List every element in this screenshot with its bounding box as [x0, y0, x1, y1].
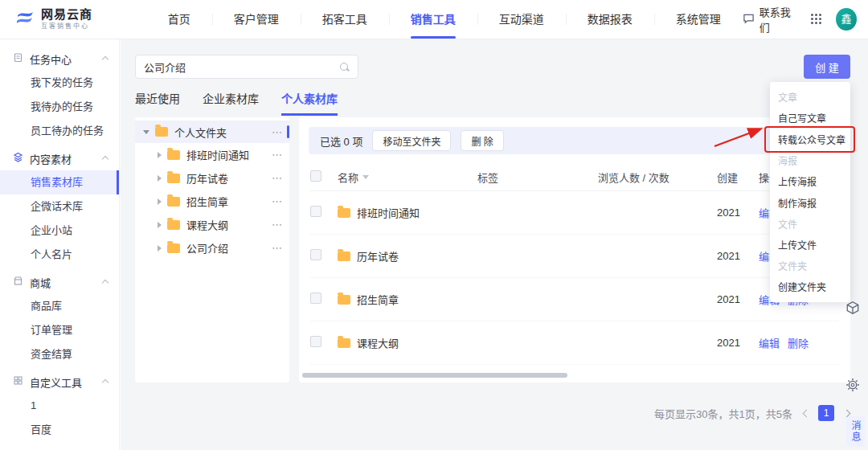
column-header-tag: 标签	[477, 170, 598, 185]
row-checkbox[interactable]	[310, 336, 321, 347]
sidebar-item-personal-card[interactable]: 个人名片	[0, 243, 119, 267]
tree-item-past-papers[interactable]: 历年试卷	[135, 166, 289, 190]
search-icon[interactable]	[339, 62, 350, 72]
caret-down-icon[interactable]	[143, 130, 149, 134]
dropdown-item-upload-file[interactable]: 上传文件	[770, 234, 850, 256]
main-content: 创 建 最近使用 企业素材库 个人素材库 个人文件夹 排班时间通知 历年试卷	[121, 39, 868, 450]
tree-item-personal-folder[interactable]: 个人文件夹	[135, 121, 289, 143]
row-checkbox[interactable]	[310, 292, 321, 304]
tree-item-schedule-notice[interactable]: 排班时间通知	[135, 143, 289, 166]
nav-item-system-management[interactable]: 系统管理	[654, 0, 743, 39]
folder-icon	[338, 338, 350, 348]
nav-item-home[interactable]: 首页	[146, 0, 212, 39]
sidebar-item-product-library[interactable]: 商品库	[0, 294, 119, 318]
create-button[interactable]: 创 建	[804, 55, 850, 79]
nav-item-interaction-channels[interactable]: 互动渠道	[477, 0, 566, 39]
select-all-checkbox[interactable]	[310, 170, 321, 182]
row-created: 2021	[717, 293, 759, 305]
dropdown-item-write-own-article[interactable]: 自己写文章	[770, 107, 850, 129]
more-icon[interactable]	[272, 242, 283, 254]
message-badge[interactable]: 消息	[846, 416, 865, 447]
tab-recently-used[interactable]: 最近使用	[135, 90, 180, 116]
dropdown-item-make-poster[interactable]: 制作海报	[770, 192, 850, 214]
table-row[interactable]: 招生简章 2021 编辑 删除	[310, 278, 839, 321]
sidebar-group-content-material[interactable]: 内容素材	[0, 146, 119, 170]
table-row[interactable]: 排班时间通知 2021 编辑 删除	[310, 191, 839, 235]
chevron-left-icon[interactable]	[802, 410, 809, 416]
sidebar-item-company-minisite[interactable]: 企业小站	[0, 219, 119, 243]
caret-right-icon[interactable]	[158, 175, 162, 182]
row-checkbox[interactable]	[310, 206, 321, 217]
dropdown-section-poster: 海报	[770, 150, 850, 170]
dropdown-item-repost-official-account-article[interactable]: 转载公众号文章	[770, 129, 850, 150]
more-icon[interactable]	[272, 126, 283, 138]
sort-icon[interactable]	[362, 175, 369, 179]
sidebar-group-task-center[interactable]: 任务中心	[0, 47, 119, 71]
tree-item-label: 排班时间通知	[186, 147, 249, 162]
sidebar-group-mall[interactable]: 商城	[0, 270, 119, 294]
dropdown-item-create-folder[interactable]: 创建文件夹	[770, 276, 850, 297]
row-checkbox[interactable]	[310, 249, 321, 260]
sidebar-item-custom-baidu[interactable]: 百度	[0, 418, 119, 442]
bulk-toolbar: 已选 0 项 移动至文件夹 删 除	[309, 127, 841, 154]
search-input[interactable]	[144, 61, 339, 73]
table-row[interactable]: 课程大纲 2021 编辑 删除	[310, 321, 839, 365]
sidebar-item-my-assigned-tasks[interactable]: 我下发的任务	[0, 71, 119, 95]
folder-icon	[167, 197, 180, 207]
nav-item-data-reports[interactable]: 数据报表	[566, 0, 654, 39]
more-icon[interactable]	[272, 172, 283, 184]
row-name: 排班时间通知	[357, 205, 420, 220]
sidebar-item-order-management[interactable]: 订单管理	[0, 318, 119, 342]
sidebar: 任务中心 我下发的任务 我待办的任务 员工待办的任务 内容素材 销售素材库 企微…	[0, 39, 120, 450]
sidebar-item-custom-1[interactable]: 1	[0, 394, 119, 418]
tab-enterprise-material-library[interactable]: 企业素材库	[203, 90, 259, 116]
more-icon[interactable]	[272, 219, 283, 231]
tree-item-course-outline[interactable]: 课程大纲	[135, 213, 289, 236]
row-created: 2021	[717, 207, 759, 219]
caret-right-icon[interactable]	[158, 222, 162, 228]
delete-button[interactable]: 删 除	[461, 130, 503, 151]
nav-item-prospecting-tools[interactable]: 拓客工具	[301, 0, 389, 39]
tree-item-admission-brochure[interactable]: 招生简章	[135, 190, 289, 213]
sidebar-group-custom-tools[interactable]: 自定义工具	[0, 370, 119, 394]
nav-item-sales-tools[interactable]: 销售工具	[389, 0, 477, 39]
contact-us[interactable]: 联系我们	[743, 4, 796, 35]
horizontal-scrollbar[interactable]	[302, 373, 567, 378]
folder-icon	[167, 220, 180, 230]
folder-icon	[155, 127, 168, 137]
avatar[interactable]: 鑫	[836, 8, 857, 31]
dropdown-item-label: 转载公众号文章	[778, 135, 845, 146]
more-icon[interactable]	[272, 195, 283, 207]
chevron-right-icon[interactable]	[844, 410, 850, 416]
tab-personal-material-library[interactable]: 个人素材库	[281, 90, 338, 116]
apps-grid-icon[interactable]	[811, 14, 821, 25]
edit-link[interactable]: 编辑	[759, 335, 780, 350]
column-header-created: 创建	[717, 170, 759, 185]
caret-right-icon[interactable]	[158, 152, 162, 158]
dropdown-item-upload-poster[interactable]: 上传海报	[770, 170, 850, 192]
sidebar-item-sales-material-library[interactable]: 销售素材库	[0, 170, 119, 194]
table-row[interactable]: 历年试卷 2021 编辑 删除	[310, 235, 839, 278]
sidebar-item-my-todo-tasks[interactable]: 我待办的任务	[0, 95, 119, 119]
caret-right-icon[interactable]	[158, 245, 162, 252]
move-to-folder-button[interactable]: 移动至文件夹	[372, 130, 451, 151]
main-nav: 首页 客户管理 拓客工具 销售工具 互动渠道 数据报表 系统管理	[146, 0, 743, 39]
sidebar-item-staff-todo-tasks[interactable]: 员工待办的任务	[0, 119, 119, 143]
settings-gear-icon[interactable]	[844, 376, 862, 394]
more-icon[interactable]	[272, 149, 283, 161]
topnav-right: 联系我们 鑫	[743, 4, 868, 35]
selected-count-text: 已选 0 项	[320, 133, 362, 149]
sidebar-item-fund-settlement[interactable]: 资金结算	[0, 342, 119, 366]
delete-link[interactable]: 删除	[788, 335, 809, 350]
sidebar-item-wecom-script-library[interactable]: 企微话术库	[0, 194, 119, 219]
tree-item-label: 课程大纲	[186, 217, 228, 232]
folder-icon	[167, 243, 180, 253]
page-1-button[interactable]: 1	[818, 405, 834, 421]
material-tabs: 最近使用 企业素材库 个人素材库	[135, 90, 338, 116]
tree-item-company-intro[interactable]: 公司介绍	[135, 236, 289, 260]
row-name: 课程大纲	[357, 335, 399, 350]
nav-item-customer-management[interactable]: 客户管理	[212, 0, 301, 39]
caret-right-icon[interactable]	[158, 198, 162, 205]
dropdown-section-article: 文章	[770, 87, 850, 107]
folder-icon	[167, 174, 180, 183]
